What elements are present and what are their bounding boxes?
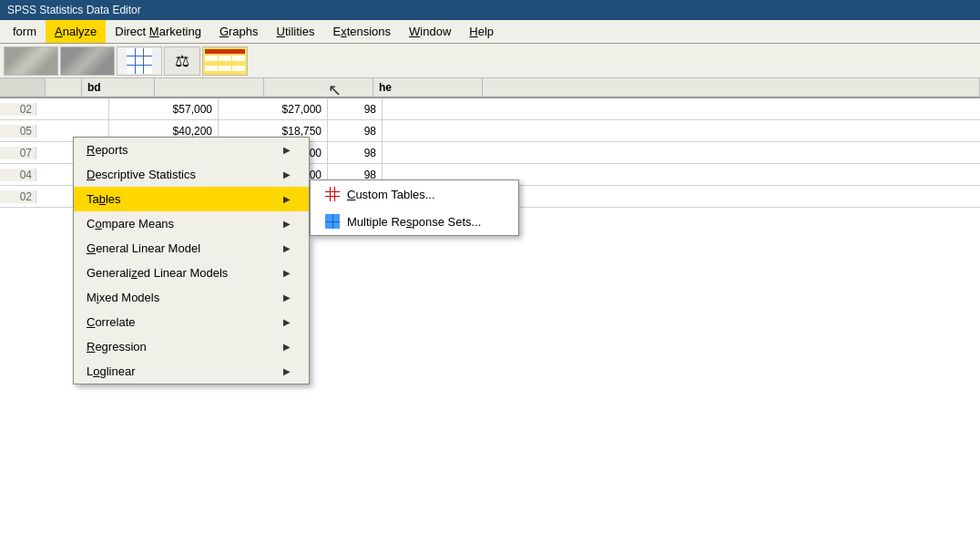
- col-header-partial: [483, 78, 980, 97]
- menu-item-reports-label: Reports: [87, 143, 128, 157]
- regression-arrow-icon: ▶: [283, 342, 291, 352]
- correlate-arrow-icon: ▶: [283, 317, 291, 327]
- col-header-bd: bd: [82, 78, 155, 97]
- menu-item-correlate-label: Correlate: [87, 315, 135, 329]
- glm-arrow-icon: ▶: [283, 243, 291, 253]
- row-left-partial: 04: [0, 169, 36, 181]
- menu-item-descriptive-statistics[interactable]: Descriptive Statistics ▶: [74, 162, 309, 187]
- menu-item-mixed-models[interactable]: Mixed Models ▶: [74, 285, 309, 310]
- title-text: SPSS Statistics Data Editor: [7, 4, 141, 16]
- menu-direct-marketing-label: Direct Marketing: [115, 25, 201, 38]
- menu-item-general-linear-model[interactable]: General Linear Model ▶: [74, 236, 309, 261]
- tables-submenu: Custom Tables... Multiple Response Sets.…: [310, 179, 519, 236]
- cell-1-2: $57,000: [109, 98, 219, 119]
- menu-item-reports[interactable]: Reports ▶: [74, 138, 309, 162]
- menu-analyze-label: Analyze: [55, 25, 97, 38]
- toolbar-btn-calendar[interactable]: [202, 46, 248, 76]
- toolbar-btn-2[interactable]: [60, 46, 115, 76]
- custom-tables-label: Custom Tables...: [347, 188, 435, 201]
- menu-item-loglinear[interactable]: Loglinear ▶: [74, 359, 309, 384]
- menu-item-glm-label: General Linear Model: [87, 241, 200, 255]
- row-left-partial: 07: [0, 147, 36, 159]
- row-left-partial: 02: [0, 190, 36, 203]
- menu-form[interactable]: form: [4, 20, 46, 43]
- col-headers-row: bd he: [0, 78, 980, 98]
- menu-item-correlate[interactable]: Correlate ▶: [74, 310, 309, 334]
- desc-stats-arrow-icon: ▶: [283, 169, 291, 179]
- submenu-item-custom-tables[interactable]: Custom Tables...: [311, 180, 518, 208]
- menu-item-tables[interactable]: Tables ▶: [74, 187, 309, 211]
- reports-arrow-icon: ▶: [283, 145, 291, 155]
- menu-item-tables-label: Tables: [87, 192, 121, 206]
- row-left-partial: 05: [0, 125, 36, 138]
- toolbar: ⚖: [0, 44, 980, 78]
- gzlm-arrow-icon: ▶: [283, 268, 291, 278]
- menu-help[interactable]: Help: [460, 20, 503, 43]
- col-header-1: [46, 78, 82, 97]
- row-num-header: [0, 78, 46, 97]
- toolbar-btn-balance[interactable]: ⚖: [164, 46, 200, 76]
- mixed-arrow-icon: ▶: [283, 292, 291, 302]
- cell-1-3: $27,000: [219, 98, 328, 119]
- menu-graphs[interactable]: Graphs: [210, 20, 268, 43]
- menu-item-generalized-linear-models[interactable]: Generalized Linear Models ▶: [74, 261, 309, 285]
- toolbar-btn-grid[interactable]: [117, 46, 162, 76]
- menu-direct-marketing[interactable]: Direct Marketing: [106, 20, 210, 43]
- menu-item-gzlm-label: Generalized Linear Models: [87, 266, 228, 280]
- menu-window-label: Window: [409, 25, 451, 38]
- tables-arrow-icon: ▶: [283, 194, 291, 204]
- menu-window[interactable]: Window: [400, 20, 460, 43]
- table-row: 02 $57,000 $27,000 98: [0, 98, 980, 120]
- menu-bar: form Analyze Direct Marketing Graphs Uti…: [0, 20, 980, 44]
- menu-utilities-label: Utilities: [277, 25, 315, 38]
- main-content-area: bd he 02 $57,000 $27,000 98 05 $40,200 $…: [0, 78, 980, 543]
- cell-1-1: [36, 98, 109, 119]
- menu-help-label: Help: [469, 25, 494, 38]
- col-header-2: [155, 78, 264, 97]
- multiple-response-icon: [325, 214, 340, 229]
- menu-item-compare-means-label: Compare Means: [87, 217, 174, 231]
- menu-item-regression[interactable]: Regression ▶: [74, 334, 309, 359]
- tables-submenu-container: ↖ Custom Tables...: [310, 137, 519, 236]
- menu-utilities[interactable]: Utilities: [268, 20, 324, 43]
- menu-item-regression-label: Regression: [87, 340, 147, 353]
- title-bar: SPSS Statistics Data Editor: [0, 0, 980, 20]
- analyze-dropdown-menu: Reports ▶ Descriptive Statistics ▶ Table…: [73, 137, 310, 384]
- loglinear-arrow-icon: ▶: [283, 366, 291, 376]
- dropdown-container: Reports ▶ Descriptive Statistics ▶ Table…: [73, 137, 519, 384]
- menu-form-label: form: [13, 25, 36, 38]
- menu-extensions-label: Extensions: [332, 25, 391, 38]
- menu-item-mixed-label: Mixed Models: [87, 291, 159, 304]
- toolbar-btn-1[interactable]: [4, 46, 58, 76]
- multiple-response-sets-label: Multiple Response Sets...: [347, 215, 481, 229]
- custom-tables-icon: [325, 187, 340, 201]
- menu-item-loglinear-label: Loglinear: [87, 364, 136, 378]
- menu-analyze[interactable]: Analyze: [46, 20, 106, 43]
- compare-means-arrow-icon: ▶: [283, 219, 291, 229]
- row-left-partial: 02: [0, 103, 36, 116]
- submenu-item-multiple-response-sets[interactable]: Multiple Response Sets...: [311, 208, 518, 235]
- menu-item-desc-stats-label: Descriptive Statistics: [87, 168, 196, 181]
- cell-1-4: 98: [328, 98, 383, 119]
- col-header-3: [264, 78, 373, 97]
- col-header-he: he: [373, 78, 483, 97]
- menu-graphs-label: Graphs: [219, 25, 259, 38]
- menu-extensions[interactable]: Extensions: [323, 20, 400, 43]
- menu-item-compare-means[interactable]: Compare Means ▶: [74, 211, 309, 236]
